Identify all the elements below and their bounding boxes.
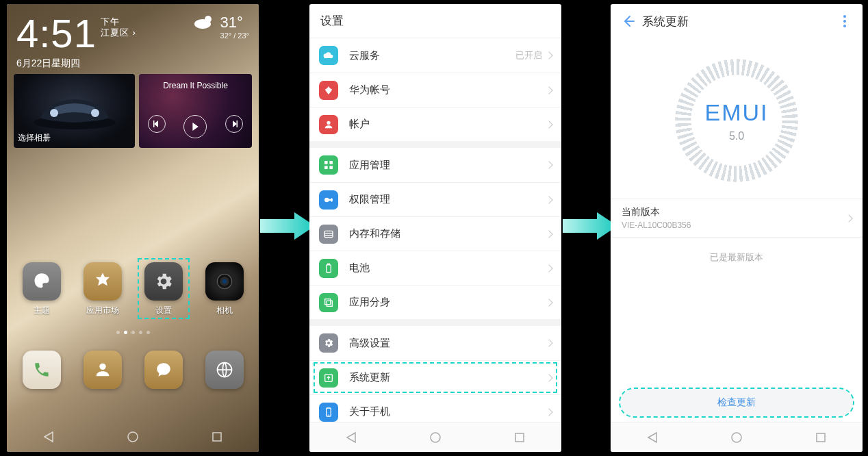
settings-row-label: 关于手机 — [349, 405, 546, 418]
chevron-right-icon — [545, 121, 552, 128]
emui-version: 5.0 — [705, 130, 769, 142]
svg-point-18 — [128, 432, 138, 442]
nav-home-button[interactable] — [429, 431, 442, 444]
nav-recent-button[interactable] — [513, 431, 526, 444]
chevron-right-icon — [845, 214, 852, 222]
svg-rect-22 — [329, 161, 333, 164]
messages-icon — [144, 351, 183, 389]
settings-row-advanced[interactable]: 高级设置 — [309, 326, 561, 360]
settings-row-huawei[interactable]: 华为帐号 — [309, 73, 561, 107]
weather-icon — [193, 14, 215, 30]
nav-home-button[interactable] — [730, 431, 743, 444]
cloud-icon — [319, 46, 338, 65]
settings-row-label: 应用分身 — [349, 296, 546, 309]
gallery-widget[interactable]: 选择相册 — [14, 74, 135, 148]
settings-row-account[interactable]: 帐户 — [309, 107, 561, 141]
gallery-widget-label: 选择相册 — [18, 132, 51, 144]
app-settings[interactable]: 设置 — [135, 262, 192, 316]
date-text: 6月22日星期四 — [7, 56, 259, 74]
settings-row-label: 内存和存储 — [349, 227, 546, 240]
svg-marker-41 — [648, 433, 656, 442]
emui-dial: EMUI 5.0 — [611, 38, 863, 199]
clock-widget[interactable]: 4:51 下午 江夏区 › — [16, 14, 136, 53]
settings-row-update[interactable]: 系统更新 — [309, 360, 561, 394]
svg-marker-0 — [260, 212, 315, 240]
check-updates-button[interactable]: 检查更新 — [620, 389, 853, 416]
dock-contacts[interactable] — [74, 351, 131, 389]
nav-recent-button[interactable] — [210, 430, 224, 444]
current-version-label: 当前版本 — [622, 206, 846, 218]
app-appmarket[interactable]: 应用市场 — [74, 262, 131, 316]
globe-icon — [205, 351, 244, 389]
svg-point-6 — [91, 109, 99, 117]
home-screen: 4:51 下午 江夏区 › 31° 32° / 23° 6月22日星期四 — [7, 4, 259, 452]
android-navbar — [7, 422, 259, 452]
settings-row-about[interactable]: 关于手机 — [309, 394, 561, 422]
svg-rect-8 — [153, 121, 155, 127]
settings-row-label: 电池 — [349, 262, 546, 275]
overflow-menu-button[interactable] — [834, 15, 856, 27]
nav-home-button[interactable] — [126, 430, 140, 444]
app-label: 相机 — [216, 305, 233, 316]
nav-back-button[interactable] — [646, 431, 659, 444]
nav-back-button[interactable] — [344, 431, 358, 444]
settings-row-label: 华为帐号 — [349, 84, 546, 97]
settings-list[interactable]: 云服务已开启华为帐号帐户应用管理权限管理内存和存储电池应用分身高级设置系统更新关… — [309, 38, 561, 422]
svg-marker-17 — [44, 432, 53, 442]
settings-row-clone[interactable]: 应用分身 — [309, 285, 561, 319]
settings-row-label: 应用管理 — [349, 159, 546, 172]
music-next-button[interactable] — [225, 115, 243, 133]
nav-recent-button[interactable] — [814, 431, 828, 444]
settings-row-label: 帐户 — [349, 118, 546, 131]
nav-back-button[interactable] — [42, 430, 55, 444]
music-widget[interactable]: Dream It Possible — [139, 74, 252, 148]
dock-messages[interactable] — [135, 351, 192, 389]
contacts-icon — [84, 351, 122, 389]
svg-point-42 — [732, 433, 741, 442]
about-icon — [319, 403, 338, 422]
chevron-right-icon — [545, 299, 552, 306]
svg-point-20 — [327, 121, 330, 124]
settings-row-cloud[interactable]: 云服务已开启 — [309, 38, 561, 73]
settings-row-apps[interactable]: 应用管理 — [309, 148, 561, 182]
svg-marker-7 — [154, 121, 158, 127]
svg-rect-19 — [213, 433, 221, 441]
phone-icon — [23, 351, 61, 389]
svg-point-5 — [50, 109, 58, 117]
svg-rect-33 — [325, 299, 331, 304]
music-play-button[interactable] — [183, 115, 207, 138]
current-version-row[interactable]: 当前版本 VIE-AL10C00B356 — [611, 199, 863, 238]
settings-screen: 设置 云服务已开启华为帐号帐户应用管理权限管理内存和存储电池应用分身高级设置系统… — [309, 4, 561, 452]
chevron-right-icon — [545, 161, 552, 168]
perm-icon — [319, 190, 338, 210]
apps-icon — [319, 155, 338, 175]
back-button[interactable] — [617, 10, 639, 32]
settings-row-label: 云服务 — [349, 49, 515, 62]
app-label: 应用市场 — [86, 305, 119, 316]
settings-row-battery[interactable]: 电池 — [309, 251, 561, 285]
android-navbar — [309, 422, 561, 452]
app-camera[interactable]: 相机 — [196, 262, 253, 316]
weather-widget[interactable]: 31° 32° / 23° — [193, 14, 249, 40]
music-track-title: Dream It Possible — [139, 81, 252, 90]
chevron-right-icon — [545, 339, 552, 346]
svg-rect-24 — [329, 166, 333, 169]
svg-marker-38 — [347, 433, 355, 442]
dock-browser[interactable] — [196, 351, 253, 389]
music-prev-button[interactable] — [148, 115, 166, 133]
settings-row-perm[interactable]: 权限管理 — [309, 182, 561, 216]
system-update-screen: 系统更新 EMUI 5.0 当前版本 VIE-AL10C00B356 已是最新版… — [611, 4, 863, 452]
theme-icon — [23, 262, 61, 301]
settings-row-storage[interactable]: 内存和存储 — [309, 216, 561, 251]
app-row: 主题 应用市场 设置 相机 — [7, 262, 259, 316]
update-title: 系统更新 — [639, 14, 834, 29]
app-themes[interactable]: 主题 — [13, 262, 71, 316]
settings-icon — [144, 262, 183, 301]
advanced-icon — [319, 333, 338, 353]
dock-phone[interactable] — [13, 351, 71, 389]
settings-row-label: 权限管理 — [349, 193, 546, 206]
svg-point-3 — [194, 19, 211, 29]
clock-time: 4:51 — [16, 14, 97, 53]
update-header: 系统更新 — [611, 4, 863, 38]
current-version-value: VIE-AL10C00B356 — [622, 220, 846, 230]
